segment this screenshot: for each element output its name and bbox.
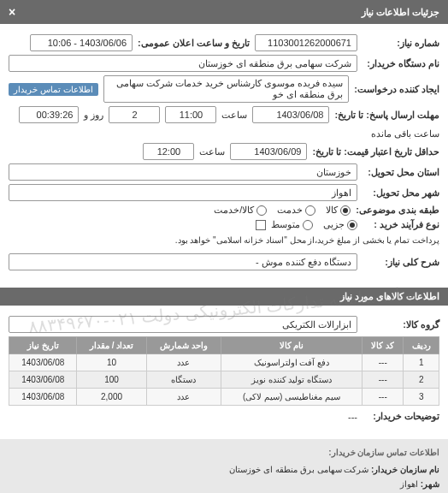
col-qty: تعداد / مقدار (77, 337, 146, 354)
deadline-date-field: 1403/06/08 (252, 106, 329, 123)
need-desc-label: شرح کلی نیاز: (363, 257, 439, 268)
org-name-label: نام سازمان خریدار: (371, 465, 439, 474)
radio-icon (340, 205, 351, 216)
need-number-label: شماره نیاز: (363, 38, 439, 49)
table-cell: 1403/06/08 (9, 389, 77, 406)
table-cell: سیم مغناطیسی (سیم لاکی) (221, 389, 362, 406)
validity-time-field: 12:00 (143, 143, 194, 160)
radio-minor[interactable]: جزیی (323, 219, 357, 230)
buyer-org-label: نام دستگاه خریدار: (363, 58, 439, 69)
requester-label: ایجاد کننده درخواست: (354, 84, 439, 95)
announce-label: تاریخ و ساعت اعلان عمومی: (138, 38, 250, 49)
group-field: ابزارالات الکتریکی (9, 316, 357, 333)
col-unit: واحد شمارش (146, 337, 221, 354)
table-cell: --- (363, 371, 404, 389)
footer-buyer: اطلاعات تماس سازمان خریدار: نام سازمان خ… (0, 439, 448, 493)
time-label-1: ساعت (221, 110, 247, 121)
footer-buyer-title: اطلاعات تماس سازمان خریدار: (9, 446, 439, 460)
table-cell: 1403/06/08 (9, 371, 77, 389)
buyer-desc-label: توضیحات خریدار: (363, 411, 439, 422)
city-field: اهواز (9, 184, 357, 201)
table-cell: عدد (146, 354, 221, 371)
radio-goods[interactable]: کالا (326, 205, 351, 216)
need-desc-field: دستگاه دفع کننده موش - (9, 253, 357, 270)
table-cell: 2 (404, 371, 439, 389)
buy-note: پرداخت تمام یا بخشی از مبلغ خرید،از محل … (175, 235, 439, 245)
contact-link-button[interactable]: اطلاعات تماس خریدار (9, 83, 98, 96)
deadline-time-field: 11:00 (165, 106, 216, 123)
requester-field: سیده فریده موسوی کارشناس خرید خدمات شرکت… (103, 75, 350, 103)
table-cell: --- (363, 389, 404, 406)
header-bar: جزئیات اطلاعات نیاز × (0, 0, 448, 24)
radio-icon (347, 220, 357, 230)
radio-medium[interactable]: متوسط (271, 219, 313, 230)
city-label: شهر محل تحویل: (363, 187, 439, 199)
buyer-desc-value: --- (348, 412, 357, 422)
close-icon[interactable]: × (9, 5, 15, 19)
table-cell: دفع آفت اولتراسونیک (221, 354, 362, 371)
subject-radio-group: کالا خدمت کالا/خدمت (214, 205, 351, 216)
table-cell: --- (363, 354, 404, 371)
buy-type-radio-group: جزیی متوسط (271, 219, 357, 230)
goods-section-title: اطلاعات کالاهای مورد نیاز (0, 288, 448, 306)
table-cell: 10 (77, 354, 146, 371)
table-cell: عدد (146, 389, 221, 406)
time-label-2: ساعت (199, 146, 225, 157)
footer-city: اهواز (400, 479, 418, 489)
validity-label: حداقل تاریخ اعتبار قیمت: تا تاریخ: (312, 146, 439, 157)
table-row: 3---سیم مغناطیسی (سیم لاکی)عدد2,0001403/… (9, 389, 439, 406)
table-row: 2---دستگاه تولید کننده نویزدستگاه1001403… (9, 371, 439, 389)
table-cell: 1403/06/08 (9, 354, 77, 371)
table-cell: دستگاه (146, 371, 221, 389)
table-cell: 3 (404, 389, 439, 406)
radio-service[interactable]: خدمت (277, 205, 315, 216)
time-remaining-field: 00:39:26 (19, 106, 79, 123)
col-row: ردیف (404, 337, 439, 354)
group-label: گروه کالا: (363, 319, 439, 330)
buyer-org-field: شرکت سهامی برق منطقه ای خوزستان (9, 55, 357, 72)
goods-table: ردیف کد کالا نام کالا واحد شمارش تعداد /… (9, 336, 439, 406)
table-cell: 2,000 (77, 389, 146, 406)
radio-goods-service[interactable]: کالا/خدمت (214, 205, 267, 216)
days-label: روز و (84, 110, 103, 121)
time-remaining-label: ساعت باقی مانده (371, 128, 439, 140)
footer-city-label: شهر: (421, 479, 439, 489)
province-field: خوزستان (9, 163, 357, 181)
radio-icon (256, 205, 267, 216)
table-cell: 1 (404, 354, 439, 371)
table-cell: 100 (77, 371, 146, 389)
header-title: جزئیات اطلاعات نیاز (362, 7, 439, 18)
table-row: 1---دفع آفت اولتراسونیکعدد101403/06/08 (9, 354, 439, 371)
col-code: کد کالا (363, 337, 404, 354)
col-name: نام کالا (221, 337, 362, 354)
org-name: شرکت سهامی برق منطقه ای خوزستان (229, 465, 368, 474)
need-number-field: 1103001262000671 (255, 34, 357, 51)
col-date: تاریخ نیاز (9, 337, 77, 354)
buy-type-label: نوع فرآیند خرید : (363, 219, 439, 230)
subject-class-label: طبقه بندی موضوعی: (356, 205, 439, 216)
deadline-label: مهلت ارسال پاسخ: تا تاریخ: (334, 110, 439, 121)
days-remaining-field: 2 (109, 106, 160, 123)
table-cell: دستگاه تولید کننده نویز (221, 371, 362, 389)
announce-field: 1403/06/06 - 10:06 (30, 34, 133, 51)
radio-icon (305, 205, 315, 216)
validity-date-field: 1403/06/09 (230, 143, 307, 160)
province-label: استان محل تحویل: (363, 167, 439, 178)
radio-icon (303, 220, 313, 230)
treasury-checkbox[interactable] (256, 220, 266, 230)
